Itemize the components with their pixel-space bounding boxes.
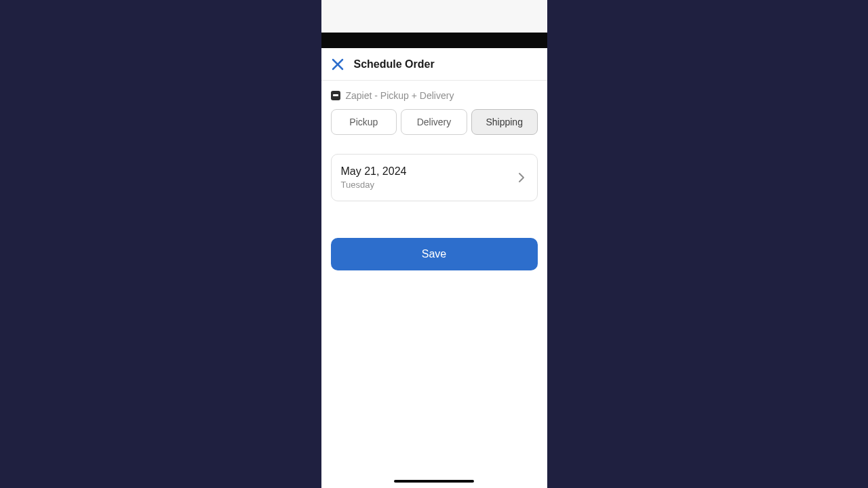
app-info-row: Zapiet - Pickup + Delivery bbox=[321, 81, 547, 109]
selected-date: May 21, 2024 bbox=[341, 165, 407, 178]
app-name-label: Zapiet - Pickup + Delivery bbox=[346, 90, 454, 101]
date-picker-card[interactable]: May 21, 2024 Tuesday bbox=[331, 154, 538, 201]
close-icon[interactable] bbox=[331, 58, 344, 71]
schedule-order-modal: Schedule Order Zapiet - Pickup + Deliver… bbox=[321, 48, 547, 488]
home-indicator[interactable] bbox=[394, 480, 474, 483]
selected-day: Tuesday bbox=[341, 180, 407, 190]
chevron-right-icon bbox=[515, 171, 528, 184]
date-info: May 21, 2024 Tuesday bbox=[341, 165, 407, 190]
background-top bbox=[321, 0, 547, 33]
shipping-tab[interactable]: Shipping bbox=[471, 109, 538, 135]
underlying-bar bbox=[321, 33, 547, 48]
delivery-tab[interactable]: Delivery bbox=[401, 109, 467, 135]
app-icon bbox=[331, 91, 340, 100]
save-button[interactable]: Save bbox=[331, 238, 538, 270]
modal-header: Schedule Order bbox=[321, 48, 547, 81]
phone-frame: Schedule Order Zapiet - Pickup + Deliver… bbox=[321, 0, 547, 488]
fulfillment-type-segment: Pickup Delivery Shipping bbox=[321, 109, 547, 135]
pickup-tab[interactable]: Pickup bbox=[331, 109, 397, 135]
modal-title: Schedule Order bbox=[354, 58, 435, 70]
